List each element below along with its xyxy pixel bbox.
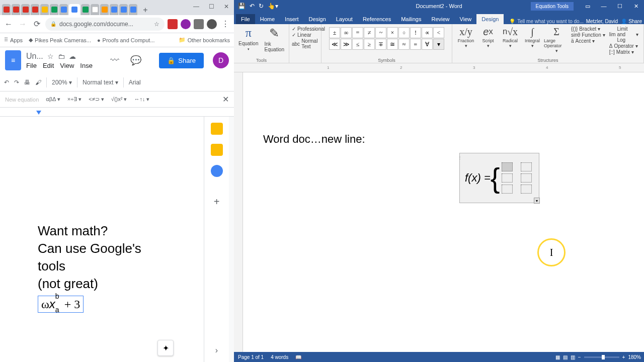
explore-button[interactable]: ✦ — [157, 340, 174, 356]
undo-button[interactable]: ↶ — [4, 79, 9, 86]
tab-references[interactable]: References — [358, 14, 396, 24]
close-button[interactable]: ✕ — [628, 0, 644, 12]
tab-design-equation[interactable]: Design — [476, 14, 504, 24]
other-bookmarks[interactable]: 📁 Other bookmarks — [179, 37, 230, 43]
indent-marker[interactable] — [36, 111, 41, 115]
tab-file[interactable]: File — [236, 14, 255, 24]
collapse-sidepanel[interactable]: › — [215, 346, 218, 355]
docs-ruler[interactable] — [0, 108, 234, 117]
browser-tab[interactable] — [119, 4, 128, 15]
tab-layout[interactable]: Layout — [331, 14, 358, 24]
zoom-slider[interactable] — [584, 356, 619, 358]
tab-design[interactable]: Design — [304, 14, 331, 24]
symbol-cell[interactable]: ∀ — [422, 39, 433, 50]
forward-button[interactable]: → — [17, 19, 28, 30]
operator-button[interactable]: Δ Operator ▾ — [609, 43, 638, 49]
browser-tab[interactable] — [31, 4, 39, 15]
extensions-button[interactable] — [194, 19, 204, 29]
tab-review[interactable]: Review — [427, 14, 455, 24]
user-avatar[interactable]: D — [213, 52, 229, 68]
equation-field[interactable]: ωxba + 3 — [38, 296, 84, 313]
browser-tab[interactable] — [81, 4, 90, 15]
symbol-cell[interactable]: ≤ — [352, 39, 363, 50]
browser-tab[interactable] — [40, 4, 49, 15]
spellcheck-icon[interactable]: 📖 — [295, 354, 301, 360]
relations-menu[interactable]: <≠⊃ ▾ — [89, 96, 104, 103]
symbols-gallery[interactable]: ± ∞ = ≠ ~ × ÷ ! ∝ < ≪ ≫ ≤ ≥ ∓ ≅ ≈ ≡ ∀ ▾ — [329, 27, 444, 50]
font-select[interactable]: Arial — [129, 79, 141, 86]
bookmark-item[interactable]: ◆ Pikes Peak Cameras... — [29, 37, 91, 43]
zoom-in-button[interactable]: + — [622, 354, 625, 360]
greek-menu[interactable]: αβΔ ▾ — [46, 96, 60, 103]
browser-tab[interactable] — [59, 4, 68, 15]
symbol-cell[interactable]: ∝ — [422, 27, 433, 38]
minimize-button[interactable]: — — [596, 0, 612, 12]
symbol-cell[interactable]: ~ — [375, 27, 386, 38]
word-page[interactable]: Word doc…new line: ⋮ f(x) = { ▾ I — [243, 72, 644, 161]
ink-equation-button[interactable]: ✎ Ink Equation — [263, 25, 286, 53]
keep-icon[interactable] — [211, 144, 223, 156]
symbol-cell[interactable]: ≈ — [398, 39, 410, 50]
touch-mode-button[interactable]: 👆▾ — [268, 3, 278, 10]
ops-menu[interactable]: ×÷∃ ▾ — [67, 96, 82, 103]
limit-button[interactable]: lim Limit and Log ▾ — [609, 26, 638, 43]
page-indicator[interactable]: Page 1 of 1 — [238, 354, 264, 360]
word-horizontal-ruler[interactable]: 1 2 3 4 5 — [234, 63, 644, 72]
browser-tab-active[interactable] — [69, 4, 80, 15]
docs-logo-icon[interactable]: ≡ — [5, 50, 21, 70]
symbol-cell[interactable]: ÷ — [398, 27, 410, 38]
close-equation-toolbar[interactable]: ✕ — [222, 95, 229, 104]
word-vertical-ruler[interactable] — [234, 72, 243, 352]
cloud-icon[interactable]: ☁ — [69, 52, 76, 60]
browser-tab[interactable] — [2, 4, 11, 15]
zoom-level[interactable]: 180% — [628, 354, 641, 360]
redo-button[interactable]: ↷ — [14, 79, 19, 86]
equation-options-dropdown[interactable]: ▾ — [534, 198, 540, 204]
extension-icon[interactable] — [168, 19, 178, 29]
symbol-cell[interactable]: × — [387, 27, 398, 38]
browser-tab[interactable] — [91, 4, 99, 15]
redo-button[interactable]: ↻ — [259, 3, 264, 10]
radical-button[interactable]: n√xRadical▾ — [500, 25, 521, 56]
equation-placeholders[interactable] — [502, 162, 532, 194]
symbol-cell[interactable]: < — [433, 27, 444, 38]
browser-tab[interactable] — [129, 4, 137, 15]
tab-home[interactable]: Home — [255, 14, 280, 24]
symbol-cell[interactable]: ! — [410, 27, 421, 38]
calendar-icon[interactable] — [211, 123, 223, 135]
ribbon-options-button[interactable]: ▭ — [580, 0, 596, 12]
arrows-menu[interactable]: ↔↑↓ ▾ — [134, 96, 149, 103]
format-paint-button[interactable]: 🖌 — [35, 79, 41, 86]
docs-page[interactable]: Want math? Can use Google's tools (not g… — [0, 117, 204, 362]
word-count[interactable]: 4 words — [271, 354, 288, 360]
share-button[interactable]: 🔒 Share — [159, 53, 204, 68]
save-button[interactable]: 💾 — [238, 3, 246, 10]
star-icon[interactable]: ☆ — [154, 21, 159, 28]
symbol-cell[interactable]: ≠ — [364, 27, 375, 38]
trend-icon[interactable]: 〰 — [110, 55, 119, 66]
symbol-cell[interactable]: ≡ — [410, 39, 421, 50]
comments-icon[interactable]: 💬 — [130, 55, 141, 66]
browser-tab[interactable] — [100, 4, 109, 15]
close-button[interactable]: ✕ — [219, 0, 234, 13]
browser-tab[interactable] — [110, 4, 118, 15]
tasks-icon[interactable] — [211, 165, 223, 177]
symbol-cell[interactable]: ≅ — [387, 39, 398, 50]
menu-view[interactable]: View — [60, 62, 74, 69]
back-button[interactable]: ← — [3, 19, 14, 30]
apps-button[interactable]: ⠿ Apps — [4, 37, 23, 43]
integral-button[interactable]: ∫Integral▾ — [522, 25, 543, 56]
symbols-more[interactable]: ▾ — [433, 39, 444, 50]
symbol-cell[interactable]: ≪ — [329, 39, 340, 50]
reload-button[interactable]: ⟳ — [31, 19, 42, 30]
extension-icon[interactable] — [181, 19, 191, 29]
zoom-out-button[interactable]: − — [578, 354, 581, 360]
zoom-select[interactable]: 200% ▾ — [52, 79, 72, 86]
minimize-button[interactable]: — — [189, 0, 204, 13]
function-button[interactable]: sinθ Function ▾ — [571, 32, 605, 38]
tell-me-search[interactable]: 💡 Tell me what you want to do... — [509, 19, 584, 24]
maximize-button[interactable]: ☐ — [612, 0, 628, 12]
script-button[interactable]: exScript▾ — [477, 25, 499, 56]
math-menu[interactable]: √()x² ▾ — [111, 96, 127, 103]
view-print-layout[interactable]: ▤ — [563, 354, 568, 360]
